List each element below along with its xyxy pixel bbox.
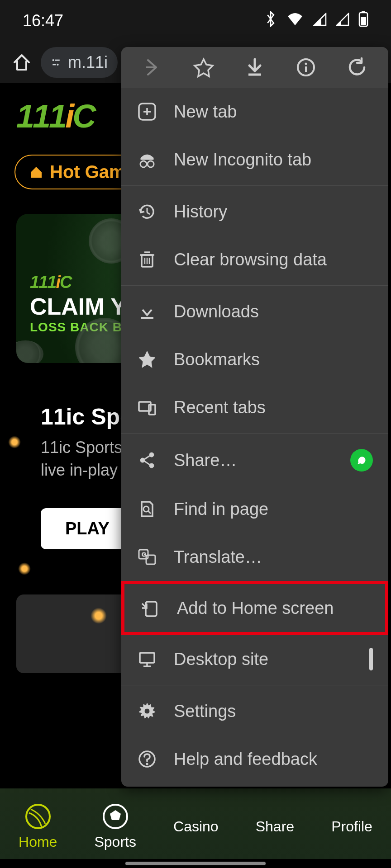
signal2-icon bbox=[336, 11, 349, 30]
star-fill-icon bbox=[137, 349, 157, 370]
menu-new-tab[interactable]: New tab bbox=[121, 88, 388, 136]
nav-home[interactable]: Home bbox=[19, 803, 57, 850]
svg-marker-9 bbox=[110, 810, 121, 820]
desktop-icon bbox=[137, 649, 157, 670]
trash-icon bbox=[137, 249, 157, 270]
football-icon bbox=[102, 803, 129, 830]
svg-point-33 bbox=[140, 458, 145, 462]
bookmark-button[interactable] bbox=[191, 55, 216, 80]
share-icon bbox=[137, 450, 157, 471]
reload-button[interactable] bbox=[345, 55, 369, 80]
download-button[interactable] bbox=[243, 55, 267, 80]
svg-rect-2 bbox=[361, 17, 366, 25]
nav-sports[interactable]: Sports bbox=[94, 803, 136, 850]
wifi-icon bbox=[286, 11, 304, 30]
menu-share[interactable]: Share… bbox=[121, 435, 388, 485]
svg-point-19 bbox=[148, 161, 154, 167]
svg-rect-31 bbox=[149, 405, 155, 415]
devices-icon bbox=[137, 397, 157, 418]
menu-downloads[interactable]: Downloads bbox=[121, 288, 388, 335]
menu-add-to-home[interactable]: Add to Home screen bbox=[121, 581, 388, 635]
cricket-ball-icon bbox=[24, 803, 52, 830]
menu-bookmarks[interactable]: Bookmarks bbox=[121, 335, 388, 383]
svg-point-32 bbox=[149, 453, 154, 457]
svg-point-18 bbox=[140, 161, 147, 167]
url-bar[interactable]: m.11i bbox=[41, 47, 118, 78]
svg-point-5 bbox=[57, 64, 58, 66]
signal-icon bbox=[313, 11, 327, 30]
incognito-icon bbox=[137, 149, 157, 170]
battery-icon bbox=[358, 11, 368, 31]
menu-action-row bbox=[121, 47, 388, 88]
svg-line-38 bbox=[148, 511, 151, 514]
svg-point-7 bbox=[26, 805, 50, 828]
browser-overflow-menu: New tab New Incognito tab History Clear … bbox=[121, 47, 388, 787]
menu-translate[interactable]: G Translate… bbox=[121, 533, 388, 581]
browser-home-button[interactable] bbox=[11, 52, 33, 73]
play-button[interactable]: PLAY bbox=[41, 508, 134, 549]
url-text: m.11i bbox=[68, 53, 108, 72]
menu-find-in-page[interactable]: Find in page bbox=[121, 485, 388, 533]
menu-desktop-site[interactable]: Desktop site bbox=[121, 635, 388, 683]
info-button[interactable] bbox=[294, 55, 318, 80]
menu-settings[interactable]: Settings bbox=[121, 687, 388, 735]
status-bar: 16:47 bbox=[0, 0, 391, 42]
forward-button[interactable] bbox=[140, 55, 165, 80]
svg-point-13 bbox=[305, 63, 307, 65]
add-home-icon bbox=[140, 598, 161, 618]
bluetooth-icon bbox=[264, 11, 277, 31]
clock: 16:47 bbox=[23, 11, 63, 30]
plus-box-icon bbox=[137, 101, 157, 122]
site-settings-icon bbox=[51, 55, 62, 70]
bottom-navigation: Home Sports Casino Share Profile bbox=[0, 788, 391, 859]
home-fill-icon bbox=[29, 165, 43, 179]
downloads-icon bbox=[137, 301, 157, 322]
svg-rect-43 bbox=[140, 653, 154, 663]
svg-point-47 bbox=[144, 708, 150, 714]
svg-rect-6 bbox=[52, 64, 56, 66]
find-icon bbox=[137, 499, 157, 519]
nav-share[interactable]: Share bbox=[256, 818, 294, 835]
svg-point-49 bbox=[146, 763, 148, 765]
menu-incognito[interactable]: New Incognito tab bbox=[121, 136, 388, 184]
history-icon bbox=[137, 201, 157, 222]
menu-help[interactable]: Help and feedback bbox=[121, 735, 388, 783]
svg-line-22 bbox=[147, 212, 150, 214]
gesture-bar bbox=[125, 862, 266, 865]
menu-recent-tabs[interactable]: Recent tabs bbox=[121, 383, 388, 431]
menu-clear-data[interactable]: Clear browsing data bbox=[121, 236, 388, 283]
svg-point-34 bbox=[149, 463, 154, 468]
svg-text:G: G bbox=[142, 551, 146, 558]
nav-profile[interactable]: Profile bbox=[331, 818, 372, 835]
svg-line-36 bbox=[144, 461, 150, 465]
svg-line-35 bbox=[144, 456, 150, 459]
menu-history[interactable]: History bbox=[121, 188, 388, 236]
help-icon bbox=[137, 749, 157, 769]
whatsapp-icon bbox=[350, 449, 373, 472]
svg-rect-4 bbox=[55, 60, 60, 61]
nav-casino[interactable]: Casino bbox=[173, 818, 219, 835]
svg-rect-1 bbox=[362, 11, 365, 13]
gear-icon bbox=[137, 701, 157, 722]
svg-point-3 bbox=[52, 59, 54, 61]
translate-icon: G bbox=[137, 547, 157, 567]
desktop-site-checkbox[interactable] bbox=[369, 650, 373, 669]
